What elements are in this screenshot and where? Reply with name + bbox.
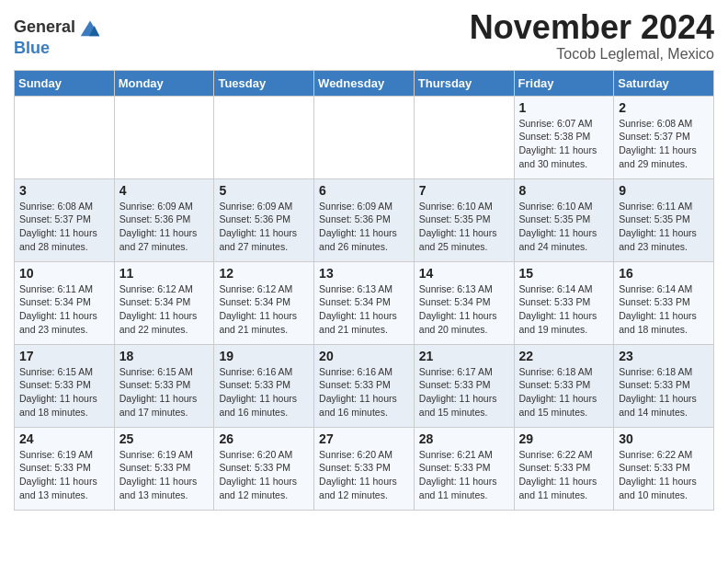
calendar-day-cell <box>314 96 415 178</box>
day-number: 26 <box>219 431 309 446</box>
calendar-day-cell: 12Sunrise: 6:12 AM Sunset: 5:34 PM Dayli… <box>214 261 314 344</box>
calendar-day-cell: 9Sunrise: 6:11 AM Sunset: 5:35 PM Daylig… <box>614 178 714 261</box>
day-number: 4 <box>119 183 210 198</box>
day-number: 1 <box>519 100 609 115</box>
calendar-week-row: 17Sunrise: 6:15 AM Sunset: 5:33 PM Dayli… <box>15 344 714 427</box>
day-number: 5 <box>219 183 309 198</box>
day-number: 9 <box>619 183 709 198</box>
day-number: 18 <box>119 349 210 363</box>
day-info: Sunrise: 6:13 AM Sunset: 5:34 PM Dayligh… <box>319 282 409 337</box>
calendar-day-cell: 11Sunrise: 6:12 AM Sunset: 5:34 PM Dayli… <box>114 261 214 344</box>
calendar-day-cell: 13Sunrise: 6:13 AM Sunset: 5:34 PM Dayli… <box>314 261 415 344</box>
calendar-day-cell: 19Sunrise: 6:16 AM Sunset: 5:33 PM Dayli… <box>214 344 314 427</box>
weekday-header-cell: Friday <box>514 70 614 96</box>
day-number: 2 <box>619 100 709 115</box>
calendar-day-cell <box>15 96 115 178</box>
calendar-day-cell: 24Sunrise: 6:19 AM Sunset: 5:33 PM Dayli… <box>15 427 115 510</box>
day-info: Sunrise: 6:08 AM Sunset: 5:37 PM Dayligh… <box>19 200 109 254</box>
calendar-week-row: 3Sunrise: 6:08 AM Sunset: 5:37 PM Daylig… <box>15 178 714 261</box>
day-number: 12 <box>219 266 309 281</box>
calendar-day-cell: 7Sunrise: 6:10 AM Sunset: 5:35 PM Daylig… <box>414 178 514 261</box>
day-number: 8 <box>519 183 609 198</box>
day-info: Sunrise: 6:16 AM Sunset: 5:33 PM Dayligh… <box>219 365 309 419</box>
day-number: 29 <box>519 431 609 446</box>
day-info: Sunrise: 6:19 AM Sunset: 5:33 PM Dayligh… <box>119 448 210 502</box>
calendar-day-cell: 30Sunrise: 6:22 AM Sunset: 5:33 PM Dayli… <box>614 427 714 510</box>
day-info: Sunrise: 6:18 AM Sunset: 5:33 PM Dayligh… <box>519 365 609 419</box>
day-info: Sunrise: 6:07 AM Sunset: 5:38 PM Dayligh… <box>519 117 609 171</box>
day-number: 6 <box>319 183 409 198</box>
day-info: Sunrise: 6:18 AM Sunset: 5:33 PM Dayligh… <box>619 365 709 419</box>
day-info: Sunrise: 6:14 AM Sunset: 5:33 PM Dayligh… <box>619 282 709 337</box>
calendar-week-row: 10Sunrise: 6:11 AM Sunset: 5:34 PM Dayli… <box>15 261 714 344</box>
weekday-header-cell: Thursday <box>414 70 514 96</box>
logo-general: General <box>14 18 75 35</box>
day-info: Sunrise: 6:19 AM Sunset: 5:33 PM Dayligh… <box>19 448 109 502</box>
calendar-day-cell: 10Sunrise: 6:11 AM Sunset: 5:34 PM Dayli… <box>15 261 115 344</box>
month-title: November 2024 <box>470 9 714 46</box>
day-number: 25 <box>119 431 210 446</box>
day-info: Sunrise: 6:15 AM Sunset: 5:33 PM Dayligh… <box>19 365 109 419</box>
day-info: Sunrise: 6:20 AM Sunset: 5:33 PM Dayligh… <box>219 448 309 502</box>
calendar: SundayMondayTuesdayWednesdayThursdayFrid… <box>14 70 714 511</box>
calendar-body: 1Sunrise: 6:07 AM Sunset: 5:38 PM Daylig… <box>15 96 714 510</box>
day-number: 21 <box>419 349 509 363</box>
day-number: 13 <box>319 266 409 281</box>
day-number: 3 <box>19 183 109 198</box>
day-number: 15 <box>519 266 609 281</box>
day-number: 23 <box>619 349 709 363</box>
day-info: Sunrise: 6:21 AM Sunset: 5:33 PM Dayligh… <box>419 448 509 502</box>
calendar-day-cell: 29Sunrise: 6:22 AM Sunset: 5:33 PM Dayli… <box>514 427 614 510</box>
calendar-day-cell: 5Sunrise: 6:09 AM Sunset: 5:36 PM Daylig… <box>214 178 314 261</box>
day-info: Sunrise: 6:09 AM Sunset: 5:36 PM Dayligh… <box>219 200 309 254</box>
day-number: 10 <box>19 266 109 281</box>
calendar-week-row: 1Sunrise: 6:07 AM Sunset: 5:38 PM Daylig… <box>15 96 714 178</box>
day-info: Sunrise: 6:22 AM Sunset: 5:33 PM Dayligh… <box>519 448 609 502</box>
calendar-day-cell: 8Sunrise: 6:10 AM Sunset: 5:35 PM Daylig… <box>514 178 614 261</box>
calendar-day-cell: 2Sunrise: 6:08 AM Sunset: 5:37 PM Daylig… <box>614 96 714 178</box>
weekday-header-cell: Saturday <box>614 70 714 96</box>
logo-icon <box>77 14 103 40</box>
day-info: Sunrise: 6:16 AM Sunset: 5:33 PM Dayligh… <box>319 365 409 419</box>
calendar-day-cell: 21Sunrise: 6:17 AM Sunset: 5:33 PM Dayli… <box>414 344 514 427</box>
calendar-day-cell: 20Sunrise: 6:16 AM Sunset: 5:33 PM Dayli… <box>314 344 415 427</box>
day-info: Sunrise: 6:12 AM Sunset: 5:34 PM Dayligh… <box>119 282 210 337</box>
day-info: Sunrise: 6:11 AM Sunset: 5:35 PM Dayligh… <box>619 200 709 254</box>
weekday-header-cell: Wednesday <box>314 70 415 96</box>
day-info: Sunrise: 6:10 AM Sunset: 5:35 PM Dayligh… <box>519 200 609 254</box>
day-number: 7 <box>419 183 509 198</box>
day-number: 30 <box>619 431 709 446</box>
weekday-header-row: SundayMondayTuesdayWednesdayThursdayFrid… <box>15 70 714 96</box>
day-info: Sunrise: 6:17 AM Sunset: 5:33 PM Dayligh… <box>419 365 509 419</box>
day-info: Sunrise: 6:08 AM Sunset: 5:37 PM Dayligh… <box>619 117 709 171</box>
calendar-week-row: 24Sunrise: 6:19 AM Sunset: 5:33 PM Dayli… <box>15 427 714 510</box>
calendar-day-cell: 3Sunrise: 6:08 AM Sunset: 5:37 PM Daylig… <box>15 178 115 261</box>
weekday-header-cell: Tuesday <box>214 70 314 96</box>
logo: General Blue <box>14 14 103 57</box>
calendar-day-cell: 23Sunrise: 6:18 AM Sunset: 5:33 PM Dayli… <box>614 344 714 427</box>
day-info: Sunrise: 6:09 AM Sunset: 5:36 PM Dayligh… <box>119 200 210 254</box>
calendar-day-cell: 6Sunrise: 6:09 AM Sunset: 5:36 PM Daylig… <box>314 178 415 261</box>
day-info: Sunrise: 6:11 AM Sunset: 5:34 PM Dayligh… <box>19 282 109 337</box>
day-number: 20 <box>319 349 409 363</box>
calendar-day-cell: 4Sunrise: 6:09 AM Sunset: 5:36 PM Daylig… <box>114 178 214 261</box>
day-number: 24 <box>19 431 109 446</box>
day-info: Sunrise: 6:10 AM Sunset: 5:35 PM Dayligh… <box>419 200 509 254</box>
logo-blue: Blue <box>14 39 50 57</box>
calendar-day-cell: 15Sunrise: 6:14 AM Sunset: 5:33 PM Dayli… <box>514 261 614 344</box>
calendar-day-cell <box>414 96 514 178</box>
day-number: 28 <box>419 431 509 446</box>
calendar-day-cell: 17Sunrise: 6:15 AM Sunset: 5:33 PM Dayli… <box>15 344 115 427</box>
calendar-day-cell <box>214 96 314 178</box>
calendar-day-cell: 26Sunrise: 6:20 AM Sunset: 5:33 PM Dayli… <box>214 427 314 510</box>
day-number: 14 <box>419 266 509 281</box>
page-header: General Blue November 2024 Tocob Leglema… <box>14 9 714 63</box>
calendar-day-cell: 22Sunrise: 6:18 AM Sunset: 5:33 PM Dayli… <box>514 344 614 427</box>
calendar-day-cell: 18Sunrise: 6:15 AM Sunset: 5:33 PM Dayli… <box>114 344 214 427</box>
calendar-day-cell: 28Sunrise: 6:21 AM Sunset: 5:33 PM Dayli… <box>414 427 514 510</box>
calendar-day-cell <box>114 96 214 178</box>
location-title: Tocob Leglemal, Mexico <box>470 46 714 63</box>
day-number: 17 <box>19 349 109 363</box>
day-info: Sunrise: 6:09 AM Sunset: 5:36 PM Dayligh… <box>319 200 409 254</box>
day-info: Sunrise: 6:22 AM Sunset: 5:33 PM Dayligh… <box>619 448 709 502</box>
